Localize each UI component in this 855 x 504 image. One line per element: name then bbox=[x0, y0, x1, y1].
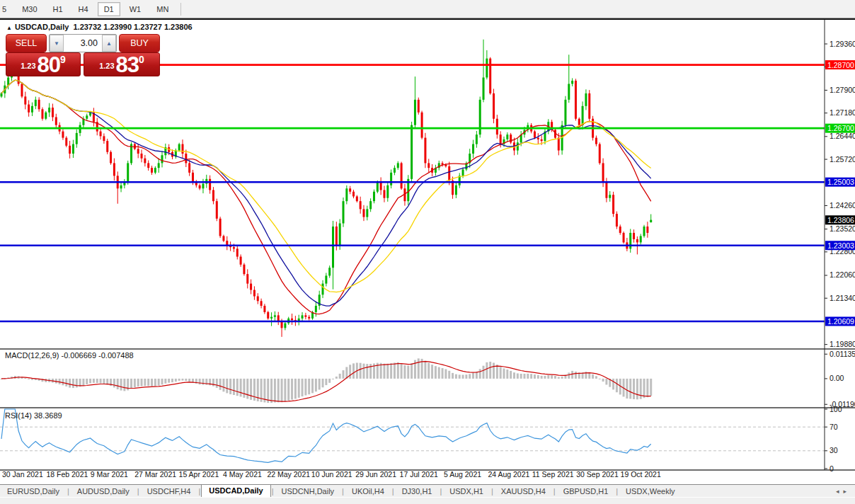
candle-body bbox=[571, 81, 573, 84]
macd-histogram-bar bbox=[216, 379, 218, 388]
timeframe-h4[interactable]: H4 bbox=[72, 2, 95, 16]
candle-body bbox=[585, 93, 587, 106]
date-axis-label: 9 Mar 2021 bbox=[91, 470, 128, 479]
timeframe-mn[interactable]: MN bbox=[150, 2, 175, 16]
date-axis-label: 11 Sep 2021 bbox=[532, 470, 574, 479]
buy-price-box[interactable]: 1.23 83 0 bbox=[84, 52, 160, 76]
collapse-icon[interactable]: ▲ bbox=[6, 25, 12, 31]
tab-gbpusd-h1[interactable]: GBPUSD,H1 bbox=[556, 486, 616, 498]
candle-body bbox=[38, 100, 40, 109]
tab-eurusd-daily[interactable]: EURUSD,Daily bbox=[0, 486, 67, 498]
macd-histogram-bar bbox=[82, 379, 84, 386]
timeframe-m30[interactable]: M30 bbox=[16, 2, 43, 16]
candle-body bbox=[185, 154, 187, 163]
sell-price-box[interactable]: 1.23 80 9 bbox=[6, 52, 81, 76]
candle-body bbox=[236, 248, 239, 256]
chart-tab-bar: EURUSD,Daily|AUDUSD,Daily|USDCHF,H4|USDC… bbox=[0, 484, 855, 498]
candle-body bbox=[352, 192, 355, 197]
candle-body bbox=[270, 317, 272, 319]
macd-histogram-bar bbox=[304, 379, 306, 396]
macd-histogram-bar bbox=[175, 379, 177, 382]
candle-body bbox=[424, 138, 426, 164]
macd-histogram-bar bbox=[646, 379, 648, 397]
macd-histogram-bar bbox=[284, 379, 286, 401]
macd-histogram-bar bbox=[134, 379, 136, 387]
toolbar-separator bbox=[180, 3, 181, 16]
volume-decrease-icon[interactable]: ▼ bbox=[50, 35, 64, 52]
macd-histogram-bar bbox=[287, 379, 289, 401]
tab-xauusd-h4[interactable]: XAUUSD,H4 bbox=[494, 486, 553, 498]
macd-histogram-bar bbox=[250, 379, 252, 400]
macd-histogram-bar bbox=[277, 379, 280, 402]
tab-usdx-h1[interactable]: USDX,H1 bbox=[442, 486, 490, 498]
sell-button[interactable]: SELL bbox=[6, 34, 47, 52]
candle-body bbox=[304, 315, 306, 316]
tab-audusd-daily[interactable]: AUDUSD,Daily bbox=[70, 486, 137, 498]
macd-histogram-bar bbox=[311, 379, 314, 393]
macd-histogram-bar bbox=[291, 379, 293, 400]
timeframe-d1[interactable]: D1 bbox=[98, 2, 120, 16]
macd-histogram-bar bbox=[100, 379, 102, 384]
candle-body bbox=[428, 163, 430, 168]
macd-histogram-bar bbox=[325, 379, 327, 385]
tab-usdcnh-daily[interactable]: USDCNH,Daily bbox=[275, 486, 342, 498]
candle-body bbox=[202, 184, 204, 189]
macd-histogram-bar bbox=[465, 374, 467, 379]
buy-button[interactable]: BUY bbox=[119, 34, 160, 52]
volume-field[interactable]: 3.00 bbox=[64, 35, 102, 52]
tab-scroll-arrows[interactable]: ◂▸ bbox=[836, 488, 851, 495]
macd-axis-label: 0.01135 bbox=[830, 350, 855, 358]
level-price-badge-text: 1.26700 bbox=[827, 124, 854, 132]
one-click-trading-panel: SELL ▼ 3.00 ▲ BUY 1.23 80 9 1.23 83 0 bbox=[6, 34, 160, 76]
date-axis-label: 30 Sep 2021 bbox=[576, 470, 619, 479]
tab-dj30-h1[interactable]: DJ30,H1 bbox=[395, 486, 440, 498]
timeframe-h1[interactable]: H1 bbox=[47, 2, 69, 16]
macd-histogram-bar bbox=[298, 379, 300, 398]
macd-histogram-bar bbox=[568, 372, 570, 378]
macd-histogram-bar bbox=[605, 379, 607, 385]
macd-histogram-bar bbox=[612, 379, 614, 390]
volume-increase-icon[interactable]: ▲ bbox=[102, 35, 116, 52]
macd-histogram-bar bbox=[394, 362, 396, 378]
candle-body bbox=[65, 138, 67, 146]
candle-body bbox=[48, 108, 50, 113]
candle-body bbox=[605, 182, 607, 197]
candle-body bbox=[335, 227, 338, 246]
candle-body bbox=[421, 113, 423, 138]
candle-body bbox=[209, 179, 211, 190]
macd-histogram-bar bbox=[352, 363, 355, 379]
timeframe-w1[interactable]: W1 bbox=[123, 2, 148, 16]
rsi-indicator-label: RSI(14) 38.3689 bbox=[5, 411, 62, 420]
tab-usdx-weekly[interactable]: USDX,Weekly bbox=[619, 486, 682, 498]
macd-histogram-bar bbox=[479, 369, 481, 379]
tab-usdchf-h4[interactable]: USDCHF,H4 bbox=[140, 486, 198, 498]
macd-histogram-bar bbox=[319, 379, 321, 390]
tab-usdcad-daily[interactable]: USDCAD,Daily bbox=[201, 484, 270, 498]
macd-histogram-bar bbox=[452, 373, 454, 379]
macd-histogram-bar bbox=[322, 379, 324, 387]
candle-body bbox=[349, 188, 351, 191]
candle-body bbox=[216, 201, 218, 219]
price-chart[interactable]: 1.293601.286401.279001.271801.264401.257… bbox=[0, 20, 855, 486]
candle-body bbox=[147, 163, 149, 168]
macd-histogram-bar bbox=[137, 379, 139, 386]
candle-body bbox=[291, 319, 293, 320]
timeframe-5[interactable]: 5 bbox=[0, 2, 13, 16]
tab-ukoil-h4[interactable]: UKOil,H4 bbox=[345, 486, 391, 498]
macd-histogram-bar bbox=[103, 379, 105, 384]
date-axis-label: 27 Mar 2021 bbox=[134, 470, 176, 479]
candle-body bbox=[558, 138, 560, 151]
macd-histogram-bar bbox=[164, 379, 166, 384]
macd-histogram-bar bbox=[123, 379, 125, 391]
candle-body bbox=[284, 323, 286, 328]
macd-histogram-bar bbox=[561, 377, 563, 379]
macd-histogram-bar bbox=[62, 379, 64, 385]
macd-histogram-bar bbox=[571, 371, 573, 379]
candle-body bbox=[69, 146, 71, 154]
macd-histogram-bar bbox=[523, 374, 525, 379]
macd-histogram-bar bbox=[233, 379, 235, 395]
candle-body bbox=[380, 182, 382, 190]
level-price-badge-text: 1.20609 bbox=[827, 317, 854, 326]
macd-histogram-bar bbox=[360, 363, 362, 379]
macd-histogram-bar bbox=[243, 379, 245, 398]
